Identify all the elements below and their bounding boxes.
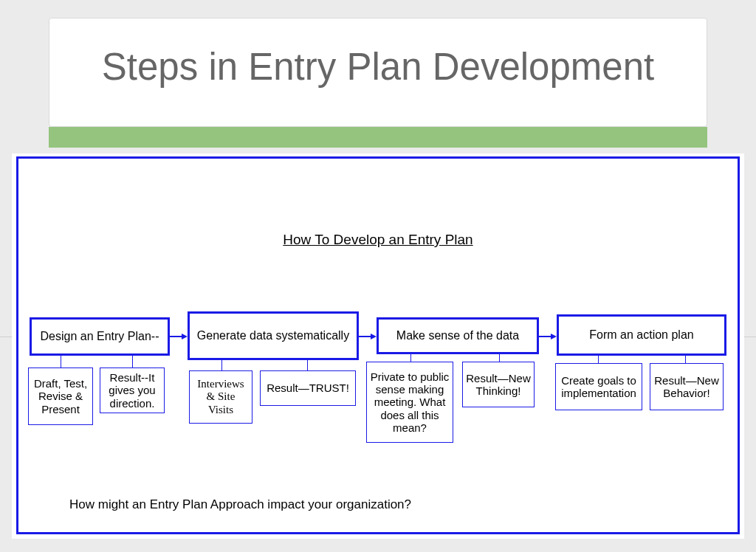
sub-interviews: Interviews & Site Visits: [189, 370, 252, 424]
step-generate-data: Generate data systematically: [188, 311, 359, 360]
page-title: Steps in Entry Plan Development: [49, 45, 707, 89]
sub-result-direction: Result--It gives you direction.: [100, 368, 165, 413]
step-form-action-plan: Form an action plan: [557, 314, 726, 356]
sub-result-trust: Result—TRUST!: [260, 370, 356, 406]
sub-result-behavior: Result—New Behavior!: [650, 363, 724, 410]
diagram-panel: How To Develop an Entry Plan Design an E…: [12, 153, 744, 539]
sub-create-goals: Create goals to implementation: [555, 363, 642, 410]
step-design-entry-plan: Design an Entry Plan--: [30, 317, 170, 356]
accent-bar: [49, 127, 707, 148]
step-make-sense: Make sense of the data: [377, 317, 539, 354]
arrow-icon: [539, 336, 555, 337]
sub-result-thinking: Result—New Thinking!: [462, 362, 535, 407]
title-card: Steps in Entry Plan Development: [49, 18, 707, 127]
sub-sense-making: Private to public sense making meeting. …: [366, 362, 453, 443]
arrow-icon: [359, 336, 375, 337]
diagram-heading: How To Develop an Entry Plan: [12, 232, 744, 248]
sub-draft-test: Draft, Test, Revise & Present: [28, 368, 93, 425]
arrow-icon: [170, 336, 186, 337]
footer-question: How might an Entry Plan Approach impact …: [69, 497, 411, 512]
